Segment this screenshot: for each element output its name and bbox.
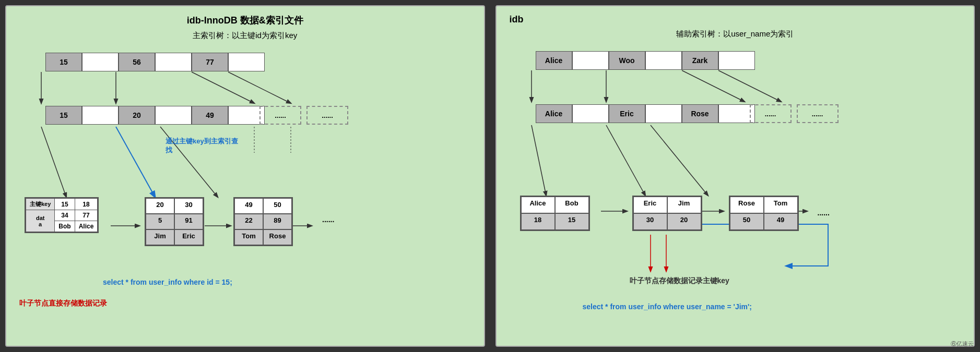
svg-line-17 (606, 125, 645, 196)
left-subtitle: 主索引树：以主键id为索引key (14, 31, 476, 41)
left-leaf-2: 20 30 5 91 Jim Eric (145, 197, 204, 246)
main-container: idb-InnoDB 数据&索引文件 主索引树：以主键id为索引key (0, 0, 980, 352)
l2-eric: Eric (609, 104, 645, 123)
l2-w1 (572, 104, 609, 123)
left-leaf-table: 主键key 15 18 data 34 77 Bob Alice (25, 197, 99, 233)
right-subtitle: 辅助索引树：以user_name为索引 (504, 29, 966, 39)
right-root-row: Alice Woo Zark (536, 51, 755, 70)
right-level2-row: Alice Eric Rose (536, 104, 755, 123)
right-leaf-2: Eric Jim 30 20 (632, 196, 702, 231)
root-seg-15: 15 (45, 53, 82, 71)
left-leaf-ellipsis: ...... (322, 215, 334, 224)
left-level2-row: 15 20 49 (45, 106, 265, 125)
right-dashed-1: ...... (750, 104, 792, 123)
right-gray-annotation: 叶子节点存储数据记录主键key (630, 276, 729, 286)
left-select-annotation: select * from user_info where id = 15; (103, 278, 232, 286)
l2-rose: Rose (682, 104, 718, 123)
left-panel: idb-InnoDB 数据&索引文件 主索引树：以主键id为索引key (5, 5, 485, 347)
root-w1 (572, 51, 609, 70)
right-select-annotation: select * from user_info where user_name … (583, 302, 752, 311)
right-dashed-2: ...... (797, 104, 839, 123)
left-panel-title: idb-InnoDB 数据&索引文件 (14, 14, 476, 27)
left-arrows-svg (14, 48, 476, 341)
right-arrows-svg (504, 47, 966, 339)
svg-line-2 (192, 72, 254, 103)
l2-seg-w2 (155, 106, 192, 125)
left-red-annotation: 叶子节点直接存储数据记录 (19, 299, 107, 308)
right-leaf-ellipsis: ...... (818, 209, 830, 217)
svg-line-18 (651, 125, 708, 196)
l2-seg-w1 (82, 106, 119, 125)
l2-seg-49: 49 (192, 106, 228, 125)
watermark: ⑥亿速云 (951, 340, 974, 348)
svg-line-15 (718, 70, 781, 102)
svg-line-4 (41, 127, 66, 197)
root-w3 (718, 51, 755, 70)
left-root-row: 15 56 77 (45, 53, 265, 71)
left-tree-area: 15 56 77 15 20 49 ...... ...... 通过主键key到… (14, 48, 476, 341)
root-woo: Woo (609, 51, 645, 70)
left-dashed-2: ...... (306, 106, 348, 125)
root-seg-77: 77 (192, 53, 228, 71)
l2-w2 (645, 104, 682, 123)
right-leaf-1: Alice Bob 18 15 (520, 196, 590, 231)
left-leaf-3: 49 50 22 89 Tom Rose (233, 197, 293, 246)
svg-line-16 (532, 125, 546, 196)
l2-alice: Alice (536, 104, 572, 123)
svg-line-14 (682, 70, 745, 102)
right-panel-title: idb (504, 14, 966, 25)
svg-line-5 (116, 127, 155, 197)
l2-seg-15: 15 (45, 106, 82, 125)
left-dashed-1: ...... (259, 106, 301, 125)
root-seg-w1 (82, 53, 119, 71)
root-alice: Alice (536, 51, 572, 70)
root-seg-w3 (228, 53, 265, 71)
root-w2 (645, 51, 682, 70)
right-tree-area: Alice Woo Zark Alice Eric Rose ...... ..… (504, 47, 966, 339)
right-leaf-3: Rose Tom 50 49 (729, 196, 799, 231)
root-seg-w2 (155, 53, 192, 71)
l2-seg-20: 20 (119, 106, 155, 125)
root-seg-56: 56 (119, 53, 155, 71)
right-panel: idb 辅助索引树：以user_name为索引 (495, 5, 975, 347)
left-blue-label: 通过主键key到主索引查找 (166, 137, 238, 155)
root-zark: Zark (682, 51, 718, 70)
svg-line-3 (228, 72, 291, 103)
